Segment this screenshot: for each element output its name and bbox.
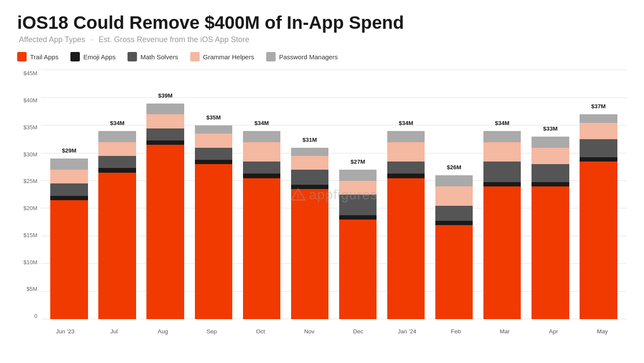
chart-legend: Trail AppsEmoji AppsMath SolversGrammar … bbox=[17, 52, 627, 61]
bar-stack-9: $34M bbox=[483, 131, 521, 319]
bar-segment-emoji-11 bbox=[580, 157, 617, 162]
bar-segment-password-9 bbox=[483, 131, 521, 142]
bar-stack-3: $35M bbox=[195, 125, 232, 319]
bar-segment-math-9 bbox=[483, 162, 521, 182]
y-axis: 0$5M$10M$15M$20M$25M$30M$35M$40M$45M bbox=[17, 70, 41, 319]
x-label-10: Apr bbox=[529, 319, 578, 336]
bar-segment-math-7 bbox=[387, 162, 425, 174]
bar-segment-emoji-3 bbox=[195, 160, 232, 164]
bar-group-8: $26M bbox=[430, 70, 478, 319]
bar-segment-trail-2 bbox=[146, 145, 184, 319]
bar-segment-grammar-3 bbox=[195, 134, 232, 147]
bar-segment-emoji-10 bbox=[532, 182, 569, 186]
bar-segment-password-10 bbox=[532, 137, 569, 148]
bar-segment-math-3 bbox=[195, 148, 232, 160]
bar-stack-10: $33M bbox=[532, 137, 569, 319]
page-title: iOS18 Could Remove $400M of In-App Spend bbox=[17, 13, 627, 33]
bar-segment-trail-11 bbox=[580, 162, 617, 319]
bar-total-label-6: $27M bbox=[351, 159, 365, 165]
legend-item-password: Password Managers bbox=[266, 52, 338, 61]
legend-swatch-emoji bbox=[70, 52, 80, 61]
bar-segment-math-8 bbox=[435, 206, 473, 221]
bar-stack-7: $34M bbox=[387, 131, 425, 319]
bar-segment-math-5 bbox=[291, 170, 328, 185]
x-label-1: Jul bbox=[90, 319, 139, 336]
bar-segment-emoji-0 bbox=[50, 196, 88, 200]
bar-group-9: $34M bbox=[478, 70, 526, 319]
bar-segment-math-4 bbox=[243, 162, 280, 174]
bar-segment-grammar-10 bbox=[532, 148, 569, 165]
y-label-1: $5M bbox=[17, 286, 41, 292]
y-label-4: $20M bbox=[17, 205, 41, 211]
bar-group-5: $31M bbox=[286, 70, 334, 319]
bar-segment-trail-3 bbox=[195, 164, 232, 319]
bar-group-4: $34M bbox=[237, 70, 286, 319]
bar-segment-grammar-4 bbox=[243, 142, 280, 162]
bars-container: $29M$34M$39M$35M$34M$31M$27M$34M$26M$34M… bbox=[41, 70, 627, 319]
x-label-5: Nov bbox=[285, 319, 334, 336]
bar-segment-trail-6 bbox=[339, 220, 377, 319]
x-label-8: Feb bbox=[431, 319, 480, 336]
bar-segment-emoji-4 bbox=[243, 174, 280, 178]
bar-segment-password-1 bbox=[98, 131, 136, 142]
bar-total-label-0: $29M bbox=[62, 147, 76, 154]
bar-segment-password-2 bbox=[146, 104, 184, 115]
chart-area: 0$5M$10M$15M$20M$25M$30M$35M$40M$45M $29… bbox=[17, 70, 627, 336]
subtitle-main: Affected App Types bbox=[19, 35, 85, 44]
y-label-9: $45M bbox=[17, 70, 41, 76]
bar-segment-password-0 bbox=[50, 159, 88, 170]
legend-swatch-trail bbox=[17, 52, 27, 61]
bar-segment-trail-7 bbox=[387, 178, 425, 320]
legend-item-emoji: Emoji Apps bbox=[70, 52, 115, 61]
bar-segment-trail-10 bbox=[532, 186, 569, 319]
bar-group-2: $39M bbox=[141, 70, 189, 319]
bar-segment-emoji-9 bbox=[483, 182, 521, 186]
bar-segment-grammar-6 bbox=[339, 181, 377, 195]
x-label-0: Jun '23 bbox=[41, 319, 90, 336]
bar-segment-grammar-2 bbox=[146, 114, 184, 128]
bar-segment-password-3 bbox=[195, 125, 232, 134]
bar-total-label-4: $34M bbox=[254, 120, 269, 126]
legend-label-emoji: Emoji Apps bbox=[83, 53, 115, 61]
bar-segment-math-6 bbox=[339, 195, 377, 215]
bar-segment-grammar-7 bbox=[387, 142, 425, 162]
bar-segment-password-4 bbox=[243, 131, 280, 142]
bar-segment-trail-0 bbox=[50, 200, 88, 319]
bar-segment-math-11 bbox=[580, 139, 617, 157]
legend-item-grammar: Grammar Helpers bbox=[190, 52, 254, 61]
bar-segment-grammar-11 bbox=[580, 123, 617, 140]
legend-swatch-math bbox=[128, 52, 137, 61]
y-label-0: 0 bbox=[17, 313, 41, 319]
y-label-7: $35M bbox=[17, 124, 41, 131]
bar-group-6: $27M bbox=[334, 70, 382, 319]
y-label-6: $30M bbox=[17, 151, 41, 158]
legend-label-password: Password Managers bbox=[279, 53, 338, 61]
bar-segment-math-10 bbox=[532, 164, 569, 182]
x-label-7: Jan '24 bbox=[383, 319, 431, 336]
x-label-3: Sep bbox=[187, 319, 236, 336]
chart-body: $29M$34M$39M$35M$34M$31M$27M$34M$26M$34M… bbox=[41, 70, 627, 319]
bar-group-0: $29M bbox=[45, 70, 93, 319]
bar-segment-trail-5 bbox=[291, 189, 328, 319]
bar-stack-4: $34M bbox=[243, 131, 280, 319]
bar-stack-11: $37M bbox=[580, 114, 617, 319]
bar-segment-password-11 bbox=[580, 114, 617, 122]
bar-segment-trail-1 bbox=[98, 173, 136, 320]
bar-total-label-3: $35M bbox=[206, 114, 221, 121]
bar-total-label-2: $39M bbox=[158, 92, 173, 99]
bar-segment-password-8 bbox=[435, 175, 473, 186]
y-label-2: $10M bbox=[17, 259, 41, 265]
bar-total-label-8: $26M bbox=[447, 164, 462, 171]
bar-total-label-1: $34M bbox=[110, 120, 125, 126]
bar-group-7: $34M bbox=[382, 70, 430, 319]
bar-segment-password-5 bbox=[291, 148, 328, 156]
subtitle-separator: · bbox=[91, 35, 93, 44]
bar-segment-emoji-6 bbox=[339, 215, 377, 220]
y-label-3: $15M bbox=[17, 232, 41, 238]
bar-stack-0: $29M bbox=[50, 159, 88, 319]
bar-segment-math-0 bbox=[50, 183, 88, 195]
y-label-5: $25M bbox=[17, 178, 41, 184]
x-label-2: Aug bbox=[139, 319, 188, 336]
bar-segment-emoji-7 bbox=[387, 174, 425, 178]
legend-label-math: Math Solvers bbox=[140, 53, 178, 61]
